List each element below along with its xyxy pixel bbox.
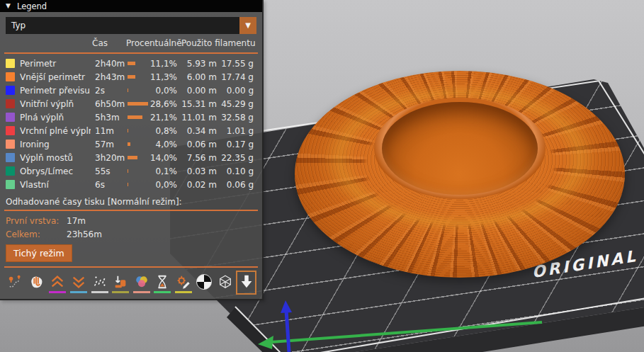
feature-length: 0.00 m (181, 86, 217, 96)
percent-bar (128, 89, 128, 92)
feature-label: Perimetr převisu (20, 86, 91, 96)
feature-length: 0.06 m (181, 140, 217, 149)
feature-percent: 0,0% (156, 86, 178, 96)
tool-changes-button[interactable] (111, 271, 131, 295)
sliced-model[interactable] (295, 71, 625, 278)
color-changes-button[interactable] (131, 271, 152, 295)
feature-percent: 11,1% (150, 59, 177, 69)
total-time-row: Celkem: 23h56m (6, 227, 256, 241)
slicer-preview-window: ORIGINAL ▼ Legend Typ ▼ (0, 0, 644, 352)
separator-line (4, 52, 258, 54)
feature-time: 5h3m (95, 113, 123, 123)
feature-bar-cell: 0,0% (128, 84, 177, 97)
feature-bar-cell: 4,0% (128, 137, 177, 151)
feature-length: 15.31 m (181, 99, 217, 109)
view-type-dropdown[interactable]: Typ ▼ (6, 17, 256, 34)
feature-weight: 0.17 g (221, 140, 254, 149)
percent-bar (128, 156, 137, 159)
total-time-label: Celkem: (6, 229, 67, 239)
percent-bar (128, 129, 128, 132)
percent-bar (128, 115, 142, 119)
feature-time: 2h40m (95, 59, 123, 69)
col-header-time: Čas (92, 38, 108, 48)
first-layer-label: První vrstva: (6, 216, 67, 226)
retractions-icon (50, 274, 65, 290)
legend-row: Vrchní plné výplně 11m 0,8% 0.34 m 1.01 … (6, 124, 256, 137)
feature-length: 11.01 m (181, 113, 217, 123)
feature-label: Vnitřní výplň (20, 99, 91, 109)
collapse-triangle-icon[interactable]: ▼ (6, 3, 11, 9)
legend-toggle-button[interactable] (236, 271, 256, 295)
feature-length: 6.00 m (181, 72, 217, 82)
legend-toggle-underline (238, 291, 255, 293)
tool-changes-underline (112, 291, 129, 293)
travel-button[interactable] (6, 271, 26, 295)
feature-color-swatch (6, 126, 15, 135)
feature-length: 5.93 m (181, 59, 217, 69)
wipe-underline (28, 291, 45, 293)
retractions-button[interactable] (47, 271, 68, 295)
preview-options-toolbar (6, 271, 256, 295)
wipe-icon (29, 274, 45, 290)
silent-mode-button[interactable]: Tichý režim (6, 244, 72, 262)
shells-icon (218, 274, 233, 290)
percent-bar (128, 62, 135, 65)
feature-bar-cell: 11,1% (128, 57, 177, 70)
feature-color-swatch (6, 59, 15, 68)
feature-label: Plná výplň (20, 113, 91, 123)
legend-rows: Perimetr 2h40m 11,1% 5.93 m 17.55 g Vněj… (6, 57, 256, 191)
deretractions-underline (70, 291, 87, 293)
color-changes-icon (134, 274, 149, 290)
legend-row: Vnější perimetr 2h43m 11,3% 6.00 m 17.74… (6, 70, 256, 84)
first-layer-value: 17m (67, 216, 86, 226)
pause-prints-button[interactable] (152, 271, 173, 295)
feature-time: 57m (95, 140, 123, 149)
feature-weight: 22.35 g (221, 153, 254, 163)
custom-gcodes-icon (176, 274, 191, 290)
feature-label: Vlastní (20, 180, 91, 190)
center-of-mass-button[interactable] (194, 271, 215, 295)
model-center-hole (382, 102, 537, 195)
feature-percent: 14,0% (150, 153, 177, 163)
feature-time: 2h43m (95, 72, 123, 82)
feature-bar-cell: 0,0% (128, 178, 177, 191)
separator-line (4, 266, 258, 268)
legend-row: Plná výplň 5h3m 21,1% 11.01 m 32.58 g (6, 110, 256, 124)
legend-row: Perimetr převisu 2s 0,0% 0.00 m 0.00 g (6, 84, 256, 97)
pause-prints-underline (154, 291, 171, 293)
dropdown-arrow-button[interactable]: ▼ (239, 17, 256, 34)
travel-underline (7, 291, 24, 293)
feature-time: 6s (95, 180, 123, 190)
seams-button[interactable] (89, 271, 110, 295)
feature-weight: 17.74 g (221, 72, 254, 82)
feature-color-swatch (6, 99, 15, 108)
feature-label: Perimetr (20, 59, 91, 69)
custom-gcodes-button[interactable] (174, 271, 194, 295)
legend-titlebar[interactable]: ▼ Legend (0, 0, 262, 12)
feature-weight: 45.29 g (221, 99, 254, 109)
feature-label: Výplň mostů (20, 153, 91, 163)
feature-weight: 0.10 g (221, 166, 254, 176)
feature-weight: 0.06 g (221, 180, 254, 190)
wipe-button[interactable] (27, 271, 47, 295)
feature-label: Vnější perimetr (20, 72, 91, 82)
view-type-value[interactable]: Typ (6, 17, 239, 34)
feature-color-swatch (6, 113, 15, 122)
col-header-filament: Použito filamentu (181, 38, 255, 48)
feature-percent: 11,3% (150, 72, 177, 82)
feature-weight: 32.58 g (221, 113, 254, 123)
feature-color-swatch (6, 140, 15, 149)
seams-underline (91, 291, 108, 293)
feature-label: Obrys/Límec (20, 166, 91, 176)
shells-button[interactable] (215, 271, 236, 295)
feature-percent: 0,1% (156, 166, 178, 176)
feature-bar-cell: 21,1% (128, 110, 177, 124)
feature-bar-cell: 0,8% (128, 124, 177, 137)
center-of-mass-icon (196, 274, 212, 290)
feature-bar-cell: 14,0% (128, 151, 177, 164)
separator-line (4, 210, 258, 211)
feature-bar-cell: 11,3% (128, 70, 177, 84)
legend-row: Výplň mostů 3h20m 14,0% 7.56 m 22.35 g (6, 151, 256, 164)
feature-color-swatch (6, 153, 15, 162)
deretractions-button[interactable] (69, 271, 89, 295)
